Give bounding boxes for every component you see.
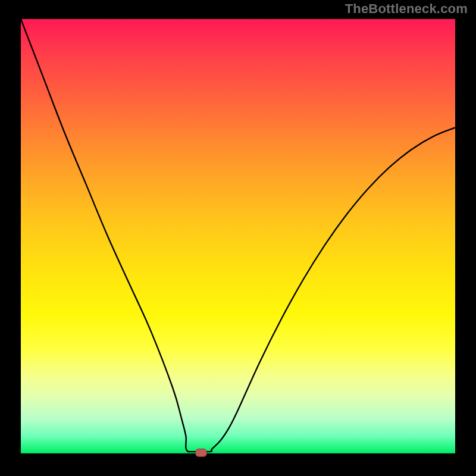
chart-frame: TheBottleneck.com (0, 0, 476, 476)
bottleneck-curve (21, 19, 455, 453)
marker-dot (195, 449, 207, 457)
plot-area (21, 19, 455, 453)
watermark-text: TheBottleneck.com (345, 1, 468, 17)
